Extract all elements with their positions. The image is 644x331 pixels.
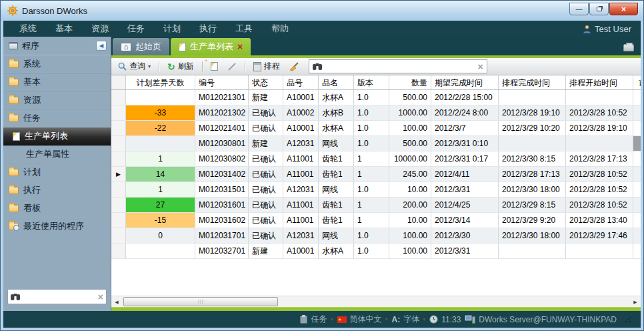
menu-bar: 系统基本资源任务计划执行工具帮助 Test User — [3, 21, 641, 37]
table-row[interactable]: 27M012031601已确认A11001齿轮11200.002012/4/25… — [111, 198, 641, 213]
cell: 1 — [354, 213, 389, 228]
column-header[interactable]: 排程开始时间 — [566, 75, 633, 89]
cell — [633, 167, 641, 182]
minimize-button[interactable]: — — [569, 3, 589, 15]
menu-item[interactable]: 计划 — [154, 23, 190, 35]
refresh-icon: ↻ — [167, 62, 175, 71]
schedule-button[interactable]: 排程 — [251, 59, 283, 73]
menu-item[interactable]: 执行 — [190, 23, 226, 35]
sidebar-item[interactable]: 最近使用的程序 — [3, 218, 111, 236]
horizontal-scrollbar[interactable]: ◀ ▶ — [111, 296, 641, 307]
sidebar-item[interactable]: 基本 — [3, 73, 111, 91]
schedule-label: 排程 — [264, 61, 280, 72]
folder-icon — [9, 61, 19, 68]
cell: 500.00 — [389, 136, 431, 151]
new-button[interactable]: * — [208, 61, 221, 72]
cell: 10000.00 — [389, 151, 431, 166]
user-button[interactable]: Test User — [583, 24, 634, 34]
sidebar-item[interactable]: 生产单属性 — [3, 145, 111, 163]
column-header[interactable]: 版本 — [354, 75, 389, 89]
sidebar-item-label: 系统 — [23, 58, 41, 70]
clear-schedule-button[interactable] — [287, 61, 302, 73]
sidebar-item-label: 资源 — [23, 94, 41, 106]
sidebar-item[interactable]: 资源 — [3, 91, 111, 109]
main-area: ⌂起始页生产单列表× 查询 ▾ ↻ 刷新 — [111, 37, 641, 311]
sidebar-item[interactable]: 系统 — [3, 55, 111, 73]
cell: M012021302 — [195, 105, 249, 120]
column-header[interactable]: 期望完成时间 — [431, 75, 499, 89]
sidebar-item[interactable]: 任务 — [3, 109, 111, 127]
query-button[interactable]: 查询 ▾ — [115, 59, 153, 73]
server-status[interactable]: DWorks Server@FUNWAY-THINKPAD — [465, 315, 617, 324]
column-header[interactable]: 前 — [633, 75, 641, 89]
table-row[interactable]: -22M012021401已确认A10001水杯A1.0100.002012/3… — [111, 121, 641, 136]
column-header[interactable]: 状态 — [249, 75, 283, 89]
scroll-left-icon[interactable]: ◀ — [112, 298, 121, 306]
cell: A10001 — [283, 121, 319, 135]
font-menu[interactable]: A: 字体 ▾ — [392, 314, 426, 325]
restore-button[interactable] — [589, 3, 609, 15]
cell — [126, 90, 195, 105]
menu-item[interactable]: 基本 — [46, 23, 82, 35]
column-header[interactable]: 品名 — [319, 75, 354, 89]
table-row[interactable]: M012021301新建A10001水杯A1.0500.002012/2/28 … — [111, 90, 641, 105]
sidebar-search-clear-icon[interactable]: × — [98, 292, 103, 302]
sidebar-header-label: 程序 — [22, 40, 96, 52]
tab-close-icon[interactable]: × — [237, 42, 243, 51]
cell — [499, 244, 566, 258]
cell — [633, 121, 641, 135]
cell: 已确认 — [249, 213, 283, 228]
page-icon — [179, 43, 186, 51]
table-row[interactable]: 0M012031701已确认A12031网线1.0100.002012/3/30… — [111, 228, 641, 244]
menu-item[interactable]: 资源 — [82, 23, 118, 35]
table-row[interactable]: M012032701新建A10001水杯A1.0100.002012/3/31 — [111, 244, 641, 259]
language-menu[interactable]: ★ 简体中文 ▾ — [337, 314, 388, 325]
cell: 2012/3/30 18:00 — [499, 182, 566, 197]
row-header-cell — [111, 182, 126, 197]
refresh-button[interactable]: ↻ 刷新 — [165, 59, 197, 73]
font-label: 字体 — [403, 314, 419, 325]
toolbar-search-box: × — [309, 59, 487, 73]
menu-item[interactable]: 帮助 — [262, 23, 298, 35]
scrollbar-thumb[interactable] — [123, 297, 278, 306]
menu-item[interactable]: 工具 — [226, 23, 262, 35]
sidebar-item[interactable]: 执行 — [3, 182, 111, 200]
cell — [499, 136, 566, 151]
resize-grip[interactable] — [625, 316, 631, 323]
cell: 2012/3/31 0:17 — [431, 151, 499, 166]
table-row[interactable]: ▶14M012031402已确认A11001齿轮11245.002012/4/1… — [111, 167, 641, 182]
menu-item[interactable]: 任务 — [118, 23, 154, 35]
table-row[interactable]: -15M012031602已确认A11001齿轮1110.002012/3/14… — [111, 213, 641, 228]
toolbar-search-clear-icon[interactable]: × — [478, 62, 483, 71]
sidebar-collapse-button[interactable]: ◀ — [96, 41, 107, 51]
column-header[interactable]: 计划差异天数 — [126, 75, 195, 89]
recent-folder-icon — [9, 223, 19, 230]
new-star-icon: * — [205, 58, 208, 65]
table-row[interactable]: M012030801新建A12031网线1.0500.002012/3/31 0… — [111, 136, 641, 151]
sidebar-item[interactable]: 计划 — [3, 163, 111, 182]
cell — [633, 198, 641, 212]
tab-production-list[interactable]: 生产单列表× — [171, 38, 251, 55]
edit-button[interactable] — [225, 61, 239, 73]
cell: 2012/3/28 10:52 — [566, 105, 633, 120]
table-row[interactable]: 1M012030802已确认A11001齿轮1110000.002012/3/3… — [111, 151, 641, 167]
task-menu[interactable]: 任务 ▾ — [300, 314, 333, 325]
table-row[interactable]: 1M012031501已确认A12031网线1.010.002012/3/312… — [111, 182, 641, 198]
cell: 1 — [126, 151, 195, 166]
scroll-right-icon[interactable]: ▶ — [631, 298, 640, 306]
column-header[interactable]: 品号 — [283, 75, 319, 89]
menu-item[interactable]: 系统 — [10, 23, 46, 35]
table-row[interactable]: -33M012021302已确认A10002水杯B1.01000.002012/… — [111, 105, 641, 121]
column-header[interactable]: 编号 — [195, 75, 249, 89]
printer-icon[interactable] — [623, 44, 634, 51]
toolbar-search-input[interactable] — [325, 62, 475, 71]
tab-start-page[interactable]: ⌂起始页 — [113, 38, 169, 55]
sidebar-item-label: 最近使用的程序 — [23, 220, 84, 232]
column-header[interactable]: 排程完成时间 — [499, 75, 566, 89]
current-row-indicator: ▶ — [111, 167, 126, 182]
sidebar-item[interactable]: 生产单列表 — [3, 127, 111, 145]
close-button[interactable]: × — [609, 3, 638, 15]
sidebar-search-input[interactable] — [23, 292, 95, 302]
sidebar-item[interactable]: 看板 — [3, 200, 111, 218]
column-header[interactable]: 数量 — [389, 75, 431, 89]
